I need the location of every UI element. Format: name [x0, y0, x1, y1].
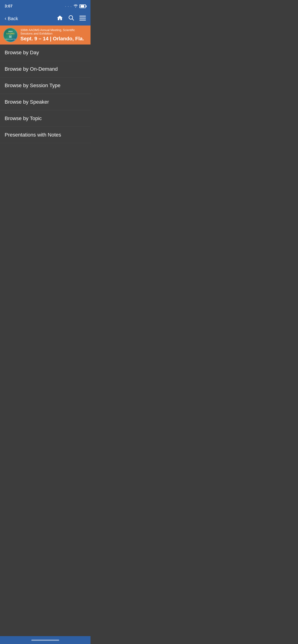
event-banner: 2024 AAOMS 🏛 ANNUAL MEETING 106th AAOMS … — [0, 26, 91, 44]
menu-item-label-presentations-notes: Presentations with Notes — [5, 132, 61, 138]
status-icons: · · · — [65, 4, 86, 8]
menu-item-label-browse-session-type: Browse by Session Type — [5, 82, 61, 88]
menu-item-label-browse-topic: Browse by Topic — [5, 116, 42, 122]
menu-item-browse-speaker[interactable]: Browse by Speaker — [0, 94, 91, 110]
banner-title: Sept. 9 – 14 | Orlando, Fla. — [21, 36, 87, 42]
browse-menu: Browse by DayBrowse by On-DemandBrowse b… — [0, 44, 91, 143]
menu-item-browse-ondemand[interactable]: Browse by On-Demand — [0, 61, 91, 78]
aaoms-logo: 2024 AAOMS 🏛 ANNUAL MEETING — [3, 28, 18, 42]
menu-item-browse-day[interactable]: Browse by Day — [0, 44, 91, 61]
menu-item-presentations-notes[interactable]: Presentations with Notes — [0, 127, 91, 143]
search-icon[interactable] — [68, 15, 74, 22]
wifi-icon — [73, 4, 78, 8]
banner-subtitle: 106th AAOMS Annual Meeting, Scientific S… — [21, 28, 87, 35]
logo-annual-meeting: ANNUAL MEETING — [5, 38, 16, 40]
logo-year: 2024 — [8, 30, 13, 32]
nav-bar: ‹ Back — [0, 12, 91, 26]
nav-icons — [57, 15, 86, 22]
banner-text-block: 106th AAOMS Annual Meeting, Scientific S… — [21, 28, 87, 42]
menu-item-browse-topic[interactable]: Browse by Topic — [0, 110, 91, 127]
status-time: 3:07 — [5, 4, 13, 8]
svg-rect-2 — [79, 16, 86, 16]
logo-building-icon: 🏛 — [9, 35, 12, 38]
logo-org: AAOMS — [6, 32, 15, 35]
back-label: Back — [8, 16, 18, 21]
menu-item-browse-session-type[interactable]: Browse by Session Type — [0, 78, 91, 94]
menu-icon[interactable] — [79, 15, 86, 22]
back-button[interactable]: ‹ Back — [5, 16, 18, 22]
menu-item-label-browse-day: Browse by Day — [5, 50, 39, 56]
svg-point-0 — [69, 16, 73, 19]
back-arrow-icon: ‹ — [5, 16, 6, 22]
status-bar: 3:07 · · · — [0, 0, 91, 12]
battery-icon — [79, 4, 86, 8]
menu-item-label-browse-speaker: Browse by Speaker — [5, 99, 49, 105]
home-icon[interactable] — [57, 15, 63, 22]
signal-dots-icon: · · · — [65, 4, 72, 8]
svg-line-1 — [72, 19, 74, 20]
menu-item-label-browse-ondemand: Browse by On-Demand — [5, 66, 58, 72]
svg-rect-3 — [79, 18, 86, 18]
svg-rect-4 — [79, 20, 86, 20]
